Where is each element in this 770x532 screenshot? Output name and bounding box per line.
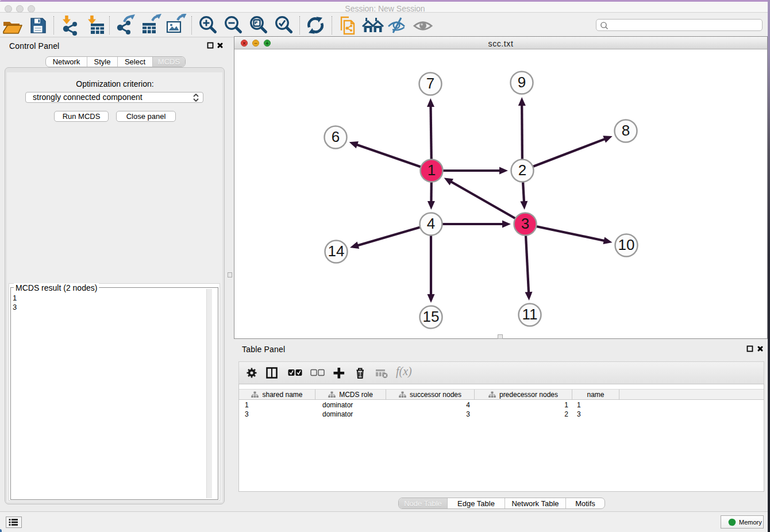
svg-text:3: 3 bbox=[521, 215, 529, 232]
svg-text:1: 1 bbox=[428, 161, 436, 179]
svg-text:14: 14 bbox=[328, 242, 345, 260]
svg-text:4: 4 bbox=[427, 215, 435, 232]
svg-text:8: 8 bbox=[622, 122, 630, 139]
svg-text:11: 11 bbox=[522, 306, 538, 323]
svg-text:6: 6 bbox=[332, 128, 340, 145]
svg-text:9: 9 bbox=[518, 74, 526, 91]
svg-text:10: 10 bbox=[618, 236, 635, 253]
svg-text:7: 7 bbox=[426, 75, 434, 92]
svg-text:2: 2 bbox=[518, 161, 526, 179]
svg-text:15: 15 bbox=[423, 308, 440, 325]
